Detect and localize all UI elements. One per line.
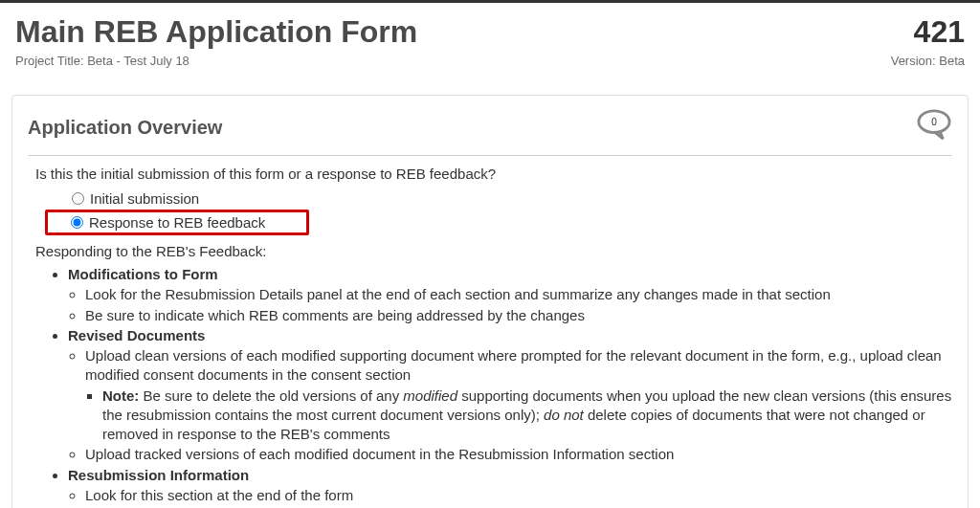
modifications-title: Modifications to Form: [68, 266, 218, 282]
list-item: Be sure to indicate which REB comments a…: [85, 306, 952, 325]
radio-response-feedback[interactable]: Response to REB feedback: [45, 210, 309, 235]
guidance-list: Modifications to Form Look for the Resub…: [68, 265, 952, 508]
list-item: Look for this section at the end of the …: [85, 486, 952, 505]
revised-docs-title: Revised Documents: [68, 327, 205, 343]
list-item: Upload tracked versions of each modified…: [85, 445, 952, 464]
radio-response-input[interactable]: [71, 216, 83, 229]
radio-initial-label: Initial submission: [90, 190, 199, 207]
comment-button[interactable]: 0: [916, 109, 952, 145]
feedback-heading: Responding to the REB's Feedback:: [35, 243, 952, 259]
project-title: Project Title: Beta - Test July 18: [15, 54, 189, 68]
radio-response-label: Response to REB feedback: [89, 214, 265, 231]
list-item: Note: Be sure to delete the old versions…: [102, 387, 952, 445]
speech-bubble-icon: [916, 128, 952, 144]
page-title: Main REB Application Form: [15, 14, 417, 50]
list-item: Look for the Resubmission Details panel …: [85, 285, 952, 304]
form-number: 421: [914, 14, 965, 50]
panel-title: Application Overview: [28, 117, 222, 139]
list-item: Upload clean versions of each modified s…: [85, 346, 952, 444]
application-overview-panel: Application Overview 0 Is this the initi…: [11, 95, 969, 508]
radio-initial-submission[interactable]: Initial submission: [72, 188, 952, 210]
question-text: Is this the initial submission of this f…: [35, 166, 952, 182]
radio-initial-input[interactable]: [72, 192, 84, 205]
version-label: Version: Beta: [891, 54, 965, 68]
resubmission-title: Resubmission Information: [68, 467, 249, 483]
comment-count: 0: [929, 117, 939, 127]
